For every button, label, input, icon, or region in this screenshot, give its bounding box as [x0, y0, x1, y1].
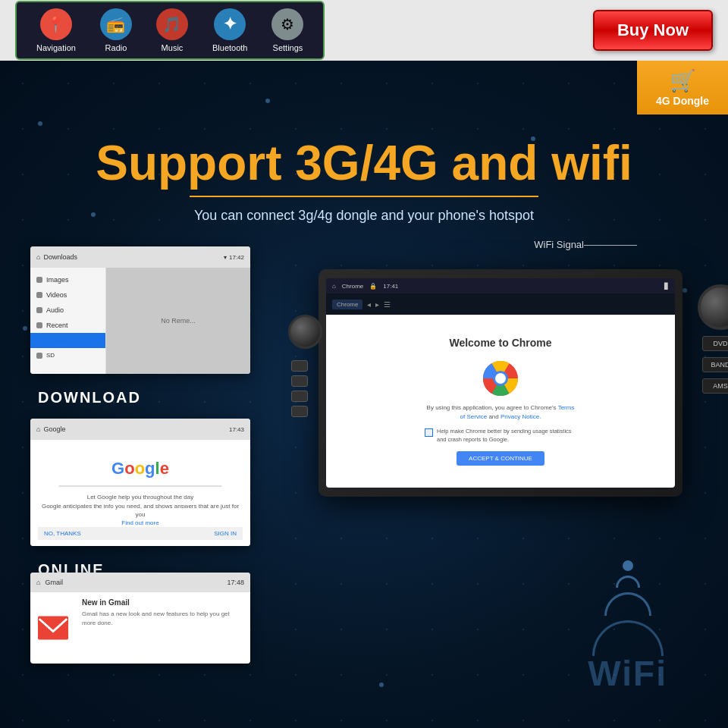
device-nav-bar: Chrome ◂ ▸ ☰: [326, 293, 675, 315]
downloads-icon: [36, 337, 42, 344]
online-status-icons: 17:43: [229, 426, 244, 433]
online-header-title: Google: [43, 425, 65, 433]
images-label: Images: [46, 276, 69, 284]
app-radio[interactable]: 📻 Radio: [88, 5, 144, 55]
nav-tab-chrome[interactable]: Chrome: [332, 300, 362, 309]
signal-icon: 17:42: [229, 254, 244, 261]
app-navigation[interactable]: 📍 Navigation: [24, 5, 88, 55]
gmail-text-area: New in Gmail Gmail has a new look and ne…: [76, 592, 250, 664]
download-screenshot: ⌂ Downloads ▾ 17:42 Images: [30, 246, 250, 374]
navigation-icon: 📍: [40, 8, 72, 40]
sd-label: SD: [46, 352, 55, 359]
google-screen-body: Google Let Google help you throughout th…: [30, 440, 250, 546]
google-search-bar[interactable]: [58, 485, 222, 487]
bottom-screenshots: ⌂ Gmail 17:48: [30, 573, 250, 664]
sidebar-recent: Recent: [30, 318, 105, 333]
sidebar-videos: Videos: [30, 287, 105, 303]
app-icons-bar: 📍 Navigation 📻 Radio 🎵 Music ✦ Bluetooth…: [15, 1, 325, 60]
new-in-gmail-text: New in Gmail: [82, 598, 244, 607]
content-area: ⌂ Downloads ▾ 17:42 Images: [0, 246, 728, 701]
gmail-m-icon: [38, 615, 68, 641]
lock-icon: 🔒: [369, 283, 377, 290]
online-header-left: ⌂ Google: [36, 425, 223, 433]
recent-icon: [36, 322, 42, 328]
time-icon: 17:43: [229, 426, 244, 433]
sidebar-audio: Audio: [30, 303, 105, 318]
radio-icon: 📻: [100, 8, 132, 40]
left-knob[interactable]: [288, 315, 322, 349]
left-btn-1[interactable]: [291, 360, 308, 372]
device-screen: ⌂ Chrome 🔒 17:41 ▊ Chrome ◂ ▸ ☰: [326, 278, 675, 488]
online-screenshot: ⌂ Google 17:43 Google Let Google help yo…: [30, 419, 250, 546]
online-screen-header: ⌂ Google 17:43: [30, 419, 250, 440]
app-music[interactable]: 🎵 Music: [144, 5, 200, 55]
left-controls: [291, 360, 308, 417]
settings-label: Settings: [273, 43, 303, 52]
google-help-text: Let Google help you throughout the day G…: [38, 493, 243, 527]
home-btn[interactable]: ⌂: [332, 283, 336, 290]
download-sidebar: Images Videos Audio Recent: [30, 268, 106, 374]
home-icon-3: ⌂: [36, 579, 40, 586]
no-thanks-btn[interactable]: NO, THANKS: [44, 530, 81, 537]
wifi-arc-medium: [604, 592, 651, 616]
title-section: Support 3G/4G and wifi You can connect 3…: [0, 61, 728, 224]
left-btn-4[interactable]: [291, 406, 308, 417]
wifi-text: WiFi: [588, 653, 667, 694]
left-btn-2[interactable]: [291, 375, 308, 387]
google-logo: Google: [111, 455, 169, 479]
status-time: 17:41: [383, 283, 398, 290]
band-button[interactable]: BAND: [702, 357, 728, 372]
battery-icon: ▊: [664, 283, 669, 290]
wifi-dot: [623, 560, 633, 571]
svg-point-2: [495, 373, 506, 384]
gmail-title: Gmail: [45, 579, 63, 586]
download-screen-body: Images Videos Audio Recent: [30, 268, 250, 374]
wifi-symbol-section: WiFi: [588, 560, 667, 694]
sidebar-images: Images: [30, 272, 105, 287]
chrome-welcome-title: Welcome to Chrome: [449, 337, 551, 349]
main-title: Support 3G/4G and wifi: [0, 136, 728, 190]
music-icon: 🎵: [156, 8, 188, 40]
device-status-bar: ⌂ Chrome 🔒 17:41 ▊: [326, 278, 675, 293]
buy-now-button[interactable]: Buy Now: [593, 10, 713, 51]
app-bluetooth[interactable]: ✦ Bluetooth: [200, 5, 259, 55]
right-knob[interactable]: [698, 284, 728, 330]
back-btn[interactable]: ◂: [367, 300, 371, 309]
menu-btn[interactable]: ☰: [384, 300, 391, 309]
google-footer: NO, THANKS SIGN IN: [38, 527, 243, 540]
download-screen-header: ⌂ Downloads ▾ 17:42: [30, 246, 250, 268]
downloads-label: Downloads: [46, 337, 80, 344]
header-title: Downloads: [43, 253, 77, 261]
music-label: Music: [162, 43, 184, 52]
chrome-terms-text: By using this application, you agree to …: [425, 403, 576, 422]
no-items-text: No Reme...: [161, 317, 196, 325]
gmail-body: New in Gmail Gmail has a new look and ne…: [30, 592, 250, 664]
forward-btn[interactable]: ▸: [375, 300, 379, 309]
status-icons: ▾ 17:42: [224, 254, 244, 261]
sign-in-btn[interactable]: SIGN IN: [214, 530, 237, 537]
ams-button[interactable]: AMS: [702, 378, 728, 394]
bluetooth-icon: ✦: [214, 8, 246, 40]
chrome-content: Welcome to Chrome: [326, 315, 675, 488]
screenshots-left: ⌂ Downloads ▾ 17:42 Images: [30, 246, 250, 579]
chrome-checkbox[interactable]: [425, 428, 433, 437]
chrome-checkbox-row: Help make Chrome better by sending usage…: [425, 428, 576, 444]
download-label: DOWNLOAD: [30, 389, 250, 406]
wifi-signal-label: WiFi Signal: [534, 239, 584, 250]
chrome-logo: [483, 361, 518, 396]
dvd-button[interactable]: DVD: [702, 336, 728, 351]
wifi-arc-small: [616, 576, 640, 588]
sidebar-sd: SD: [30, 348, 105, 362]
left-btn-3[interactable]: [291, 391, 308, 402]
navigation-label: Navigation: [36, 43, 76, 52]
gmail-icon-area: [30, 592, 76, 664]
accept-continue-button[interactable]: ACCEPT & CONTINUE: [457, 451, 544, 466]
sd-icon: [36, 353, 42, 359]
videos-label: Videos: [46, 291, 67, 299]
privacy-link[interactable]: Privacy Notice.: [500, 413, 541, 420]
find-out-more[interactable]: Find out more: [121, 519, 158, 526]
app-settings[interactable]: ⚙ Settings: [259, 5, 315, 55]
gmail-screenshot: ⌂ Gmail 17:48: [30, 573, 250, 664]
recent-label: Recent: [46, 322, 68, 329]
top-section: 📍 Navigation 📻 Radio 🎵 Music ✦ Bluetooth…: [0, 0, 728, 61]
